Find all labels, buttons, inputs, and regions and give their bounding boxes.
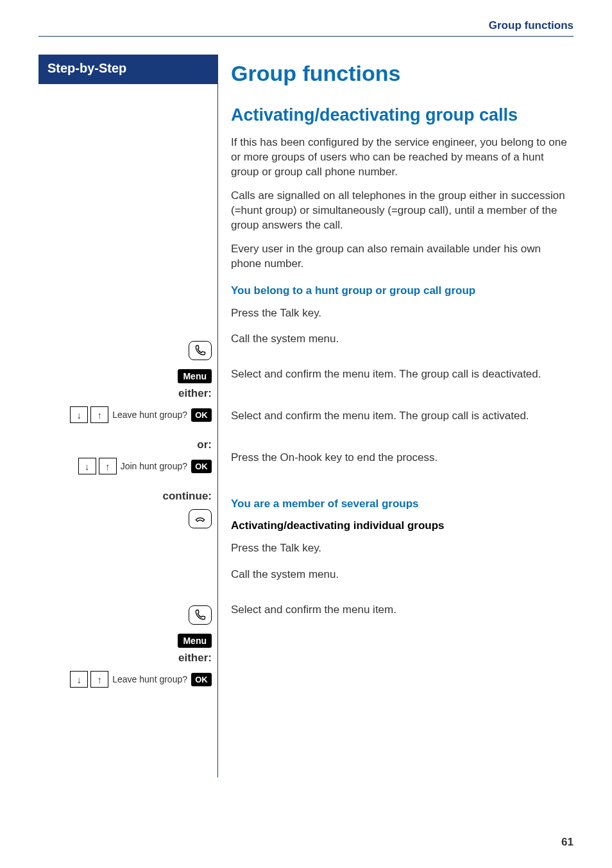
up-arrow-icon: ↑ (90, 671, 108, 688)
ok-badge: OK (191, 408, 212, 422)
label-or: or: (38, 438, 218, 451)
sidebar: Step-by-Step Menu either: (38, 55, 218, 777)
step-join-hunt: ↓ ↑ Join hunt group? OK (38, 458, 218, 474)
step-talk-key-2 (38, 605, 218, 625)
step-menu-badge-2: Menu (38, 634, 218, 648)
talk-key-icon (189, 605, 212, 625)
content-columns: Step-by-Step Menu either: (38, 55, 574, 777)
leave-hunt-label: Leave hunt group? (112, 410, 187, 420)
subheading: You are a member of several groups (231, 498, 574, 510)
step-menu-badge: Menu (38, 369, 218, 383)
page-title: Group functions (231, 61, 574, 86)
ok-badge: OK (191, 673, 212, 686)
down-arrow-icon: ↓ (78, 458, 96, 474)
step-text: Select and confirm the menu item. The gr… (231, 409, 574, 424)
page: Group functions Step-by-Step Menu either (0, 0, 612, 868)
subheading-black: Activating/deactivating individual group… (231, 519, 574, 532)
down-arrow-icon: ↓ (70, 671, 88, 688)
step-text: Press the Talk key. (231, 541, 574, 556)
menu-badge: Menu (178, 369, 212, 383)
step-leave-hunt-2: ↓ ↑ Leave hunt group? OK (38, 671, 218, 688)
menu-badge: Menu (178, 634, 212, 648)
sidebar-rule: Menu either: ↓ ↑ Leave hunt group? OK or… (38, 84, 218, 777)
step-talk-key (38, 341, 218, 360)
main-content: Group functions Activating/deactivating … (218, 55, 574, 627)
running-header: Group functions (38, 19, 574, 37)
paragraph: If this has been configured by the servi… (231, 135, 574, 180)
subheading: You belong to a hunt group or group call… (231, 284, 574, 297)
step-text: Press the On-hook key to end the process… (231, 451, 574, 465)
leave-hunt-label-2: Leave hunt group? (112, 674, 187, 684)
header-text: Group functions (489, 19, 574, 32)
arrow-group: ↓ ↑ (70, 406, 108, 423)
sidebar-title: Step-by-Step (38, 55, 218, 84)
arrow-group: ↓ ↑ (78, 458, 117, 474)
down-arrow-icon: ↓ (70, 406, 88, 423)
talk-key-icon (189, 341, 212, 360)
arrow-group: ↓ ↑ (70, 671, 108, 688)
up-arrow-icon: ↑ (99, 458, 117, 474)
onhook-key-icon (189, 509, 212, 528)
up-arrow-icon: ↑ (90, 406, 108, 423)
step-text: Press the Talk key. (231, 306, 574, 321)
page-number: 61 (561, 836, 574, 849)
step-text: Select and confirm the menu item. The gr… (231, 367, 574, 382)
label-either: either: (38, 387, 218, 400)
label-either-2: either: (38, 652, 218, 664)
ok-badge: OK (191, 460, 212, 473)
paragraph: Every user in the group can also remain … (231, 242, 574, 272)
step-text: Select and confirm the menu item. (231, 603, 574, 618)
section-heading: Activating/deactivating group calls (231, 105, 574, 125)
join-hunt-label: Join hunt group? (121, 461, 187, 471)
step-text: Call the system menu. (231, 332, 574, 347)
paragraph: Calls are signalled on all telephones in… (231, 189, 574, 233)
step-onhook-key (38, 509, 218, 528)
label-continue: continue: (38, 490, 218, 503)
step-leave-hunt: ↓ ↑ Leave hunt group? OK (38, 406, 218, 423)
step-text: Call the system menu. (231, 568, 574, 582)
